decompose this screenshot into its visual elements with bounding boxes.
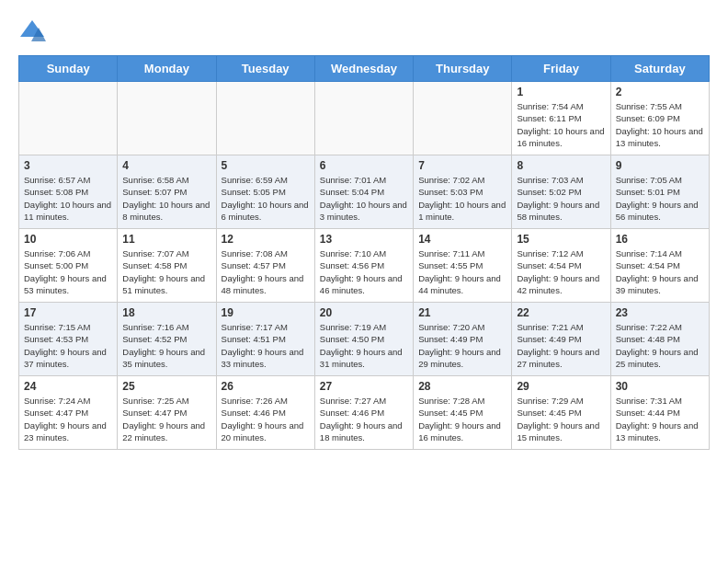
day-number: 26 xyxy=(222,380,310,393)
day-info: Sunrise: 7:15 AM Sunset: 4:53 PM Dayligh… xyxy=(24,321,112,370)
day-number: 29 xyxy=(517,380,605,393)
day-info: Sunrise: 7:14 AM Sunset: 4:54 PM Dayligh… xyxy=(616,247,704,296)
calendar-cell: 25Sunrise: 7:25 AM Sunset: 4:47 PM Dayli… xyxy=(118,376,216,450)
day-number: 1 xyxy=(517,86,605,98)
day-info: Sunrise: 6:58 AM Sunset: 5:07 PM Dayligh… xyxy=(122,174,210,223)
calendar-cell: 30Sunrise: 7:31 AM Sunset: 4:44 PM Dayli… xyxy=(610,376,709,450)
calendar-cell: 23Sunrise: 7:22 AM Sunset: 4:48 PM Dayli… xyxy=(610,303,709,376)
logo xyxy=(18,18,50,46)
weekday-header-sunday: Sunday xyxy=(19,56,118,82)
day-number: 2 xyxy=(616,86,704,98)
calendar-cell: 19Sunrise: 7:17 AM Sunset: 4:51 PM Dayli… xyxy=(216,303,314,376)
calendar-cell: 9Sunrise: 7:05 AM Sunset: 5:01 PM Daylig… xyxy=(610,155,709,229)
calendar: SundayMondayTuesdayWednesdayThursdayFrid… xyxy=(18,55,710,450)
day-info: Sunrise: 7:03 AM Sunset: 5:02 PM Dayligh… xyxy=(517,174,605,223)
day-info: Sunrise: 6:57 AM Sunset: 5:08 PM Dayligh… xyxy=(24,174,112,223)
calendar-cell: 27Sunrise: 7:27 AM Sunset: 4:46 PM Dayli… xyxy=(314,376,413,450)
calendar-cell: 21Sunrise: 7:20 AM Sunset: 4:49 PM Dayli… xyxy=(414,303,512,376)
day-info: Sunrise: 7:02 AM Sunset: 5:03 PM Dayligh… xyxy=(418,174,506,223)
day-number: 8 xyxy=(517,159,605,172)
day-number: 9 xyxy=(616,159,704,172)
week-row-2: 10Sunrise: 7:06 AM Sunset: 5:00 PM Dayli… xyxy=(19,229,710,303)
calendar-cell: 8Sunrise: 7:03 AM Sunset: 5:02 PM Daylig… xyxy=(512,155,610,229)
day-info: Sunrise: 7:05 AM Sunset: 5:01 PM Dayligh… xyxy=(616,174,704,223)
week-row-3: 17Sunrise: 7:15 AM Sunset: 4:53 PM Dayli… xyxy=(19,303,710,376)
weekday-header-tuesday: Tuesday xyxy=(216,56,314,82)
week-row-1: 3Sunrise: 6:57 AM Sunset: 5:08 PM Daylig… xyxy=(19,155,710,229)
day-number: 13 xyxy=(320,233,408,246)
calendar-cell: 12Sunrise: 7:08 AM Sunset: 4:57 PM Dayli… xyxy=(216,229,314,303)
day-info: Sunrise: 7:31 AM Sunset: 4:44 PM Dayligh… xyxy=(616,395,704,443)
day-info: Sunrise: 7:54 AM Sunset: 6:11 PM Dayligh… xyxy=(517,100,605,149)
day-number: 10 xyxy=(24,233,112,246)
calendar-cell: 26Sunrise: 7:26 AM Sunset: 4:46 PM Dayli… xyxy=(216,376,314,450)
calendar-cell xyxy=(414,82,512,155)
day-info: Sunrise: 7:26 AM Sunset: 4:46 PM Dayligh… xyxy=(222,395,310,443)
calendar-cell: 16Sunrise: 7:14 AM Sunset: 4:54 PM Dayli… xyxy=(610,229,709,303)
calendar-cell: 29Sunrise: 7:29 AM Sunset: 4:45 PM Dayli… xyxy=(512,376,610,450)
day-number: 23 xyxy=(616,306,704,319)
day-info: Sunrise: 7:19 AM Sunset: 4:50 PM Dayligh… xyxy=(320,321,408,370)
day-info: Sunrise: 7:20 AM Sunset: 4:49 PM Dayligh… xyxy=(418,321,506,370)
week-row-4: 24Sunrise: 7:24 AM Sunset: 4:47 PM Dayli… xyxy=(19,376,710,450)
day-info: Sunrise: 7:25 AM Sunset: 4:47 PM Dayligh… xyxy=(122,395,210,443)
week-row-0: 1Sunrise: 7:54 AM Sunset: 6:11 PM Daylig… xyxy=(19,82,710,155)
day-info: Sunrise: 7:29 AM Sunset: 4:45 PM Dayligh… xyxy=(517,395,605,443)
day-number: 15 xyxy=(517,233,605,246)
calendar-cell: 15Sunrise: 7:12 AM Sunset: 4:54 PM Dayli… xyxy=(512,229,610,303)
calendar-cell: 28Sunrise: 7:28 AM Sunset: 4:45 PM Dayli… xyxy=(414,376,512,450)
weekday-header-thursday: Thursday xyxy=(414,56,512,82)
day-number: 11 xyxy=(122,233,210,246)
calendar-cell: 6Sunrise: 7:01 AM Sunset: 5:04 PM Daylig… xyxy=(314,155,413,229)
day-number: 18 xyxy=(122,306,210,319)
calendar-cell: 2Sunrise: 7:55 AM Sunset: 6:09 PM Daylig… xyxy=(610,82,709,155)
calendar-cell: 14Sunrise: 7:11 AM Sunset: 4:55 PM Dayli… xyxy=(414,229,512,303)
day-number: 28 xyxy=(418,380,506,393)
day-info: Sunrise: 7:27 AM Sunset: 4:46 PM Dayligh… xyxy=(320,395,408,443)
calendar-cell: 11Sunrise: 7:07 AM Sunset: 4:58 PM Dayli… xyxy=(118,229,216,303)
day-number: 20 xyxy=(320,306,408,319)
weekday-header-wednesday: Wednesday xyxy=(314,56,413,82)
day-info: Sunrise: 7:16 AM Sunset: 4:52 PM Dayligh… xyxy=(122,321,210,370)
day-number: 22 xyxy=(517,306,605,319)
day-info: Sunrise: 7:11 AM Sunset: 4:55 PM Dayligh… xyxy=(418,247,506,296)
day-info: Sunrise: 7:08 AM Sunset: 4:57 PM Dayligh… xyxy=(222,247,310,296)
calendar-cell xyxy=(314,82,413,155)
calendar-cell: 20Sunrise: 7:19 AM Sunset: 4:50 PM Dayli… xyxy=(314,303,413,376)
day-info: Sunrise: 7:24 AM Sunset: 4:47 PM Dayligh… xyxy=(24,395,112,443)
calendar-cell: 10Sunrise: 7:06 AM Sunset: 5:00 PM Dayli… xyxy=(19,229,118,303)
day-info: Sunrise: 7:01 AM Sunset: 5:04 PM Dayligh… xyxy=(320,174,408,223)
day-number: 17 xyxy=(24,306,112,319)
weekday-header-row: SundayMondayTuesdayWednesdayThursdayFrid… xyxy=(19,56,710,82)
day-number: 6 xyxy=(320,159,408,172)
calendar-cell: 3Sunrise: 6:57 AM Sunset: 5:08 PM Daylig… xyxy=(19,155,118,229)
calendar-cell: 5Sunrise: 6:59 AM Sunset: 5:05 PM Daylig… xyxy=(216,155,314,229)
day-info: Sunrise: 6:59 AM Sunset: 5:05 PM Dayligh… xyxy=(222,174,310,223)
day-number: 5 xyxy=(222,159,310,172)
calendar-cell xyxy=(19,82,118,155)
day-number: 30 xyxy=(616,380,704,393)
calendar-cell: 7Sunrise: 7:02 AM Sunset: 5:03 PM Daylig… xyxy=(414,155,512,229)
day-info: Sunrise: 7:07 AM Sunset: 4:58 PM Dayligh… xyxy=(122,247,210,296)
calendar-cell: 22Sunrise: 7:21 AM Sunset: 4:49 PM Dayli… xyxy=(512,303,610,376)
day-number: 4 xyxy=(122,159,210,172)
day-number: 27 xyxy=(320,380,408,393)
day-number: 24 xyxy=(24,380,112,393)
weekday-header-monday: Monday xyxy=(118,56,216,82)
day-number: 12 xyxy=(222,233,310,246)
day-info: Sunrise: 7:10 AM Sunset: 4:56 PM Dayligh… xyxy=(320,247,408,296)
day-number: 14 xyxy=(418,233,506,246)
logo-icon xyxy=(18,18,46,46)
calendar-cell: 1Sunrise: 7:54 AM Sunset: 6:11 PM Daylig… xyxy=(512,82,610,155)
calendar-cell xyxy=(216,82,314,155)
day-number: 16 xyxy=(616,233,704,246)
calendar-cell: 18Sunrise: 7:16 AM Sunset: 4:52 PM Dayli… xyxy=(118,303,216,376)
day-info: Sunrise: 7:55 AM Sunset: 6:09 PM Dayligh… xyxy=(616,100,704,149)
day-info: Sunrise: 7:22 AM Sunset: 4:48 PM Dayligh… xyxy=(616,321,704,370)
calendar-cell: 24Sunrise: 7:24 AM Sunset: 4:47 PM Dayli… xyxy=(19,376,118,450)
calendar-cell: 4Sunrise: 6:58 AM Sunset: 5:07 PM Daylig… xyxy=(118,155,216,229)
day-number: 3 xyxy=(24,159,112,172)
page-header xyxy=(18,18,710,46)
calendar-cell: 13Sunrise: 7:10 AM Sunset: 4:56 PM Dayli… xyxy=(314,229,413,303)
day-number: 21 xyxy=(418,306,506,319)
